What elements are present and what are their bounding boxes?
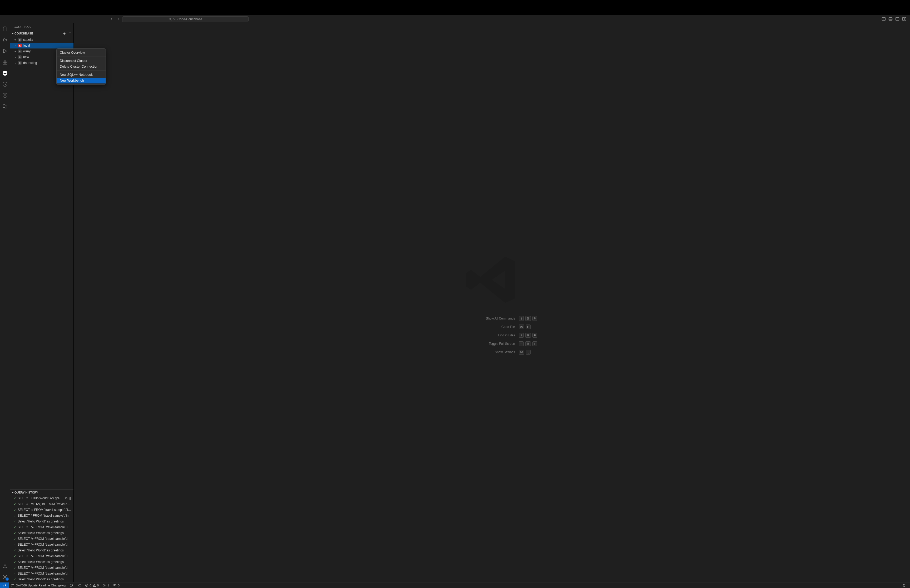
query-history-item[interactable]: ✓Select 'Hello World!' as greetings⧉🗑 [10, 559, 73, 565]
branch-name: DA#308-Update-Readme-Changelog [16, 584, 66, 587]
ports-status[interactable]: 0 [111, 584, 121, 587]
warning-count: 0 [97, 584, 99, 587]
query-text: SELECT *↩FROM `travel-sample`.invent… [18, 572, 72, 575]
query-history-item[interactable]: ✓Select 'Hello World!' as greetings⧉🗑 [10, 530, 73, 536]
query-history-item[interactable]: ✓SELECT META().id FROM `travel-sample…⧉🗑 [10, 501, 73, 507]
key: ⇧ [519, 333, 524, 338]
check-icon: ✓ [14, 520, 16, 523]
secondary-ext-icon[interactable] [2, 92, 8, 99]
query-text: SELECT * FROM `travel-sample`.`invent… [18, 514, 72, 517]
explorer-icon[interactable] [2, 26, 8, 32]
toggle-primary-sidebar-icon[interactable] [882, 17, 886, 22]
settings-gear-icon[interactable]: 1 [2, 574, 8, 580]
query-history-item[interactable]: ✓SELECT id FROM `travel-sample`.`inven…⧉… [10, 507, 73, 513]
ctx-item[interactable]: New SQL++ Notebook [57, 72, 105, 78]
cluster-status-icon: ◐ [18, 55, 22, 59]
ctx-item[interactable]: Disconnect Cluster [57, 58, 105, 64]
key: , [526, 350, 530, 355]
notifications-bell-icon[interactable] [900, 583, 908, 587]
tip-keys: ⌘, [519, 350, 530, 355]
query-text: SELECT *↩FROM `travel-sample`.invent… [18, 554, 72, 558]
cluster-status-icon: ◐ [18, 50, 22, 53]
query-text: Select 'Hello World!' as greetings [18, 577, 72, 581]
query-history-item[interactable]: ✓SELECT * FROM `travel-sample`.`invent…⧉… [10, 513, 73, 519]
remote-indicator[interactable] [0, 583, 9, 588]
cluster-name: local [23, 44, 30, 47]
problems-status[interactable]: 0 0 [83, 584, 101, 587]
check-icon: ✓ [14, 531, 16, 535]
settings-badge: 1 [5, 577, 9, 581]
check-icon: ✓ [14, 566, 16, 570]
svg-rect-4 [903, 17, 904, 20]
check-icon: ✓ [14, 561, 16, 564]
copy-query-icon[interactable]: ⧉ [65, 497, 68, 500]
key: P [526, 325, 530, 329]
source-control-icon[interactable] [2, 37, 8, 43]
query-history-item[interactable]: ✓SELECT *↩FROM `travel-sample`.invent…⧉🗑 [10, 536, 73, 542]
git-incoming[interactable]: 1 [101, 584, 111, 587]
query-history-item[interactable]: ✓SELECT *↩FROM `travel-sample`.invent…⧉🗑 [10, 542, 73, 548]
tip-label: Find in Files [446, 333, 515, 337]
key: ⌘ [525, 333, 531, 338]
svg-rect-1 [882, 17, 886, 20]
check-icon: ✓ [14, 543, 16, 546]
status-bar: DA#308-Update-Readme-Changelog 0 0 1 0 [0, 582, 910, 588]
query-text: SELECT id FROM `travel-sample`.`inven… [18, 508, 72, 512]
git-branch[interactable]: DA#308-Update-Readme-Changelog [9, 583, 68, 587]
couchbase-section-header[interactable]: ▾ COUCHBASE ＋ ⋯ [10, 31, 73, 36]
check-icon: ✓ [14, 526, 16, 529]
add-cluster-icon[interactable]: ＋ [62, 31, 66, 36]
couchbase-icon[interactable] [2, 70, 8, 76]
check-icon: ✓ [14, 554, 16, 558]
query-text: Select 'Hello World!' as greetings [18, 531, 72, 535]
sync-status[interactable] [68, 583, 75, 587]
toggle-secondary-sidebar-icon[interactable] [895, 17, 899, 22]
chevron-down-icon: ▾ [12, 32, 13, 35]
query-history-item[interactable]: ✓SELECT *↩FROM `travel-sample`.invent…⧉🗑 [10, 571, 73, 577]
ctx-item[interactable]: Cluster Overview [57, 50, 105, 55]
os-menubar-black [0, 0, 910, 15]
cluster-status-icon: ◐ [18, 61, 22, 65]
delete-query-icon[interactable]: 🗑 [69, 497, 72, 500]
ports-count: 0 [118, 584, 119, 587]
cluster-item-local[interactable]: ▸◐local [10, 43, 73, 48]
cluster-name: wenyi [23, 50, 31, 53]
run-debug-icon[interactable] [2, 48, 8, 54]
accounts-icon[interactable] [2, 563, 8, 569]
nav-arrows [110, 17, 120, 22]
twisty-icon: ▸ [14, 44, 16, 47]
watermark-tip: Find in Files⇧⌘F [446, 333, 537, 338]
assistant-icon[interactable] [2, 103, 8, 110]
query-text: SELECT *↩FROM `travel-sample`.invent… [18, 543, 72, 546]
query-history-item[interactable]: ✓SELECT *↩FROM `travel-sample`.invent…⧉🗑 [10, 565, 73, 571]
ctx-item[interactable]: New Workbench [57, 78, 105, 84]
command-center-search[interactable]: VSCode-Couchbase [122, 16, 249, 22]
twisty-icon: ▾ [14, 50, 16, 53]
ctx-item[interactable]: Delete Cluster Connection [57, 64, 105, 69]
check-icon: ✓ [14, 497, 16, 500]
customize-layout-icon[interactable] [902, 17, 906, 22]
key: F [532, 333, 537, 338]
check-icon: ✓ [14, 502, 16, 506]
timeline-icon[interactable] [2, 81, 8, 87]
check-icon: ✓ [14, 514, 16, 517]
live-share-status[interactable] [75, 583, 83, 587]
watermark-tip: Toggle Full Screen⌃⌘F [446, 341, 537, 346]
query-history-item[interactable]: ✓Select 'Hello World!' as greetings⧉🗑 [10, 577, 73, 582]
query-history-item[interactable]: ✓SELECT *↩FROM `travel-sample`.invent…⧉🗑 [10, 524, 73, 530]
svg-point-23 [79, 584, 81, 586]
cluster-item-capella[interactable]: ▾◐capella [10, 37, 73, 43]
nav-back-icon[interactable] [110, 17, 114, 22]
activity-bar: 1 [0, 23, 10, 582]
query-history-item[interactable]: ✓Select 'Hello World!' as greetings⧉🗑 [10, 548, 73, 553]
query-history-item[interactable]: ✓SELECT *↩FROM `travel-sample`.invent…⧉🗑 [10, 553, 73, 559]
svg-point-18 [4, 564, 6, 566]
extensions-icon[interactable] [2, 59, 8, 65]
query-history-item[interactable]: ✓SELECT 'Hello World!' AS greetings⧉🗑 [10, 495, 73, 501]
query-text: Select 'Hello World!' as greetings [18, 549, 72, 552]
query-history-item[interactable]: ✓Select 'Hello World!' as greetings⧉🗑 [10, 519, 73, 524]
welcome-tips: Show All Commands⇧⌘PGo to File⌘PFind in … [446, 316, 537, 355]
query-history-header[interactable]: ▾ QUERY HISTORY [10, 489, 73, 495]
more-actions-icon[interactable]: ⋯ [68, 31, 71, 36]
toggle-panel-icon[interactable] [888, 17, 892, 22]
